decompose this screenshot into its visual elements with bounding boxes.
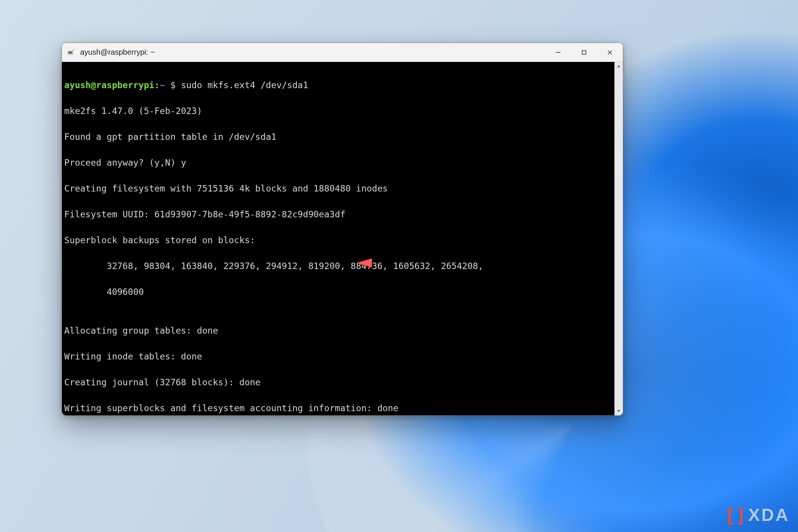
term-line: 32768, 98304, 163840, 229376, 294912, 81… <box>64 260 612 272</box>
term-line: Creating journal (32768 blocks): done <box>64 376 612 389</box>
prompt-dollar: $ <box>165 80 181 90</box>
putty-icon <box>66 48 76 57</box>
minimize-button[interactable] <box>545 43 571 62</box>
prompt-path: ~ <box>160 80 165 90</box>
terminal-client: ayush@raspberrypi:~ $ sudo mkfs.ext4 /de… <box>62 62 623 415</box>
prompt-user: ayush@raspberrypi <box>64 80 154 90</box>
maximize-button[interactable] <box>571 43 597 62</box>
term-line: Writing superblocks and filesystem accou… <box>64 402 612 415</box>
term-line: mke2fs 1.47.0 (5-Feb-2023) <box>64 104 612 117</box>
svg-point-2 <box>74 49 75 50</box>
prompt-sep: : <box>154 80 160 90</box>
command-text: sudo mkfs.ext4 /dev/sda1 <box>181 80 308 90</box>
close-button[interactable] <box>597 43 623 62</box>
svg-rect-3 <box>582 51 586 54</box>
term-line: Proceed anyway? (y,N) y <box>64 156 612 169</box>
term-line: Writing inode tables: done <box>64 350 612 363</box>
xda-watermark: [ ] XDA <box>727 505 790 525</box>
term-line: Creating filesystem with 7515136 4k bloc… <box>64 182 612 195</box>
scroll-up-icon[interactable] <box>614 62 623 70</box>
watermark-text: XDA <box>748 505 790 525</box>
watermark-left-bracket: [ <box>727 505 735 525</box>
watermark-right-bracket: ] <box>738 505 745 525</box>
terminal-window: ayush@raspberrypi: ~ ayush@raspberrypi:~… <box>62 43 623 416</box>
scroll-down-icon[interactable] <box>614 407 623 415</box>
term-line: Superblock backups stored on blocks: <box>64 234 612 247</box>
svg-rect-1 <box>69 52 72 54</box>
term-line: ayush@raspberrypi:~ $ sudo mkfs.ext4 /de… <box>64 79 612 92</box>
terminal-output[interactable]: ayush@raspberrypi:~ $ sudo mkfs.ext4 /de… <box>62 62 614 415</box>
term-line: Found a gpt partition table in /dev/sda1 <box>64 130 612 143</box>
window-controls <box>545 43 623 62</box>
term-line: Allocating group tables: done <box>64 324 612 337</box>
term-line: Filesystem UUID: 61d93907-7b8e-49f5-8892… <box>64 208 612 221</box>
scrollbar[interactable] <box>614 62 623 415</box>
term-line: 4096000 <box>64 285 612 298</box>
titlebar[interactable]: ayush@raspberrypi: ~ <box>62 43 623 62</box>
window-title: ayush@raspberrypi: ~ <box>80 48 545 57</box>
